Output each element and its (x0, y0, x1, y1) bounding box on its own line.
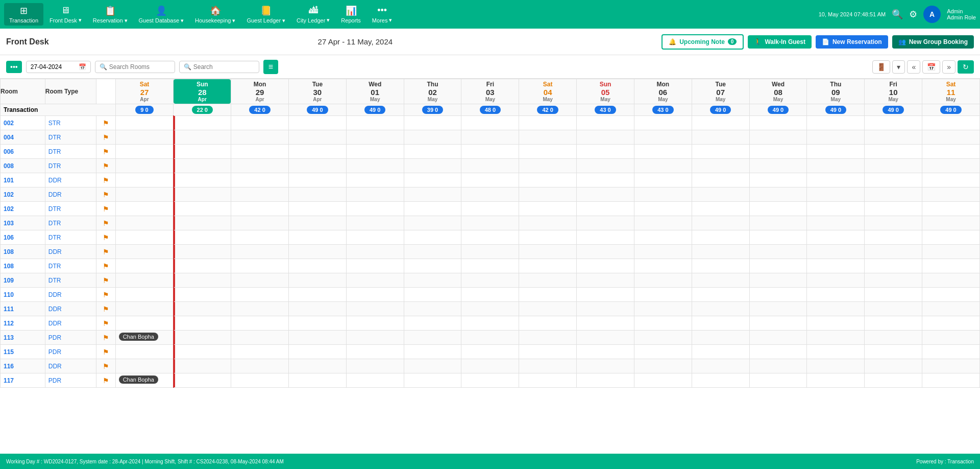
cell-room102-day14[interactable] (922, 202, 980, 216)
cell-room008-day0[interactable] (115, 159, 174, 173)
cell-room102-day4[interactable] (346, 202, 404, 216)
cell-room110-day3[interactable] (288, 288, 346, 302)
cell-room109-day8[interactable] (577, 273, 634, 288)
cell-room106-day10[interactable] (692, 230, 749, 245)
cell-room108-day9[interactable] (634, 245, 692, 259)
cell-room115-day6[interactable] (461, 345, 519, 359)
cell-room004-day4[interactable] (346, 130, 404, 145)
cell-room008-day4[interactable] (346, 159, 404, 173)
cell-room002-day11[interactable] (749, 116, 807, 130)
cell-room002-day12[interactable] (807, 116, 865, 130)
cell-room108-day1[interactable] (174, 245, 231, 259)
cell-room115-day2[interactable] (231, 345, 289, 359)
room-number[interactable]: 117 (1, 373, 45, 388)
cell-room113-day0[interactable]: Chan Bopha (115, 331, 174, 345)
transaction-count-1[interactable]: 22 0 (174, 104, 231, 116)
cell-room101-day4[interactable] (346, 173, 404, 187)
cell-room111-day9[interactable] (634, 302, 692, 316)
cell-room110-day13[interactable] (865, 288, 922, 302)
room-number[interactable]: 106 (1, 230, 45, 245)
cell-room103-day2[interactable] (231, 216, 289, 230)
cell-room108-day8[interactable] (577, 245, 634, 259)
cell-room109-day4[interactable] (346, 273, 404, 288)
cell-room002-day4[interactable] (346, 116, 404, 130)
cell-room108-day6[interactable] (461, 259, 519, 273)
cell-room112-day2[interactable] (231, 316, 289, 331)
cell-room101-day0[interactable] (115, 173, 174, 187)
cell-room106-day6[interactable] (461, 230, 519, 245)
cell-room109-day0[interactable] (115, 273, 174, 288)
cell-room006-day2[interactable] (231, 145, 289, 159)
cell-room116-day8[interactable] (577, 359, 634, 373)
cell-room109-day7[interactable] (519, 273, 577, 288)
cell-room110-day1[interactable] (174, 288, 231, 302)
cell-room117-day2[interactable] (231, 373, 289, 388)
cell-room113-day3[interactable] (288, 331, 346, 345)
transaction-count-3[interactable]: 49 0 (288, 104, 346, 116)
settings-icon[interactable]: ⚙ (909, 9, 917, 20)
room-number[interactable]: 008 (1, 159, 45, 173)
cell-room108-day5[interactable] (404, 245, 461, 259)
cell-room111-day2[interactable] (231, 302, 289, 316)
cell-room101-day7[interactable] (519, 173, 577, 187)
cell-room108-day12[interactable] (807, 245, 865, 259)
cell-room111-day6[interactable] (461, 302, 519, 316)
transaction-count-6[interactable]: 48 0 (461, 104, 519, 116)
room-number[interactable]: 004 (1, 130, 45, 145)
cell-room006-day10[interactable] (692, 145, 749, 159)
cell-room115-day9[interactable] (634, 345, 692, 359)
cell-room112-day9[interactable] (634, 316, 692, 331)
new-reservation-button[interactable]: 📄 New Reservation (816, 35, 888, 49)
cell-room103-day7[interactable] (519, 216, 577, 230)
cell-room115-day4[interactable] (346, 345, 404, 359)
cell-room113-day10[interactable] (692, 331, 749, 345)
cell-room109-day1[interactable] (174, 273, 231, 288)
cell-room116-day6[interactable] (461, 359, 519, 373)
booking-block[interactable]: Chan Bopha (119, 333, 158, 341)
cell-room008-day5[interactable] (404, 159, 461, 173)
cell-room110-day14[interactable] (922, 288, 980, 302)
cell-room117-day8[interactable] (577, 373, 634, 388)
upcoming-note-button[interactable]: 🔔 Upcoming Note 0 (662, 34, 744, 50)
booking-block[interactable]: Chan Bopha (119, 376, 158, 384)
transaction-count-5[interactable]: 39 0 (404, 104, 461, 116)
cell-room112-day13[interactable] (865, 316, 922, 331)
transaction-count-2[interactable]: 42 0 (231, 104, 289, 116)
cell-room103-day14[interactable] (922, 216, 980, 230)
cell-room102-day11[interactable] (749, 202, 807, 216)
search-general-input[interactable] (193, 63, 255, 71)
prev-prev-button[interactable]: « (907, 60, 920, 74)
cell-room109-day9[interactable] (634, 273, 692, 288)
cell-room006-day8[interactable] (577, 145, 634, 159)
nav-item-transaction[interactable]: ⊞ Transaction (4, 3, 43, 26)
cell-room113-day13[interactable] (865, 331, 922, 345)
cell-room006-day13[interactable] (865, 145, 922, 159)
cell-room117-day3[interactable] (288, 373, 346, 388)
cell-room116-day7[interactable] (519, 359, 577, 373)
cell-room115-day5[interactable] (404, 345, 461, 359)
cell-room103-day0[interactable] (115, 216, 174, 230)
cell-room102-day2[interactable] (231, 187, 289, 202)
room-number[interactable]: 109 (1, 273, 45, 288)
new-group-booking-button[interactable]: 👥 New Group Booking (892, 35, 974, 49)
cell-room102-day5[interactable] (404, 187, 461, 202)
cell-room111-day4[interactable] (346, 302, 404, 316)
cell-room116-day11[interactable] (749, 359, 807, 373)
cell-room113-day14[interactable] (922, 331, 980, 345)
cell-room002-day10[interactable] (692, 116, 749, 130)
room-number[interactable]: 115 (1, 345, 45, 359)
cell-room008-day10[interactable] (692, 159, 749, 173)
cell-room116-day5[interactable] (404, 359, 461, 373)
more-options-button[interactable]: ••• (6, 61, 22, 73)
room-number[interactable]: 102 (1, 202, 45, 216)
cell-room108-day10[interactable] (692, 259, 749, 273)
room-number[interactable]: 103 (1, 216, 45, 230)
cell-room102-day14[interactable] (922, 187, 980, 202)
cell-room115-day7[interactable] (519, 345, 577, 359)
cell-room110-day6[interactable] (461, 288, 519, 302)
transaction-count-0[interactable]: 9 0 (115, 104, 174, 116)
cell-room102-day9[interactable] (634, 187, 692, 202)
cell-room115-day13[interactable] (865, 345, 922, 359)
cell-room103-day1[interactable] (174, 216, 231, 230)
search-rooms-input[interactable] (109, 63, 170, 71)
